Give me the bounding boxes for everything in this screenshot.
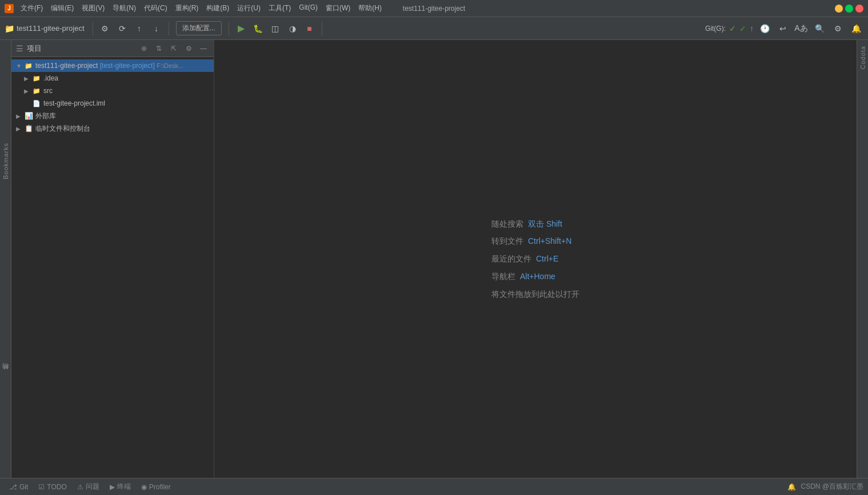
tree-item-scratch[interactable]: ▶ 📋 临时文件和控制台 bbox=[11, 122, 214, 135]
extlibs-icon: 📊 bbox=[24, 111, 33, 120]
hint-key-recent: Ctrl+E bbox=[536, 250, 558, 268]
menu-window[interactable]: 窗口(W) bbox=[322, 2, 354, 14]
idea-arrow-icon: ▶ bbox=[24, 75, 32, 82]
panel-add-icon[interactable]: ⊕ bbox=[138, 43, 150, 54]
editor-area: 随处搜索 双击 Shift 转到文件 Ctrl+Shift+N 最近的文件 Ct… bbox=[214, 40, 857, 478]
toolbar-separator-3 bbox=[229, 22, 229, 35]
extlibs-item-name: 外部库 bbox=[35, 111, 214, 121]
toolbar-notification-icon[interactable]: 🔔 bbox=[849, 21, 863, 36]
src-item-name: src bbox=[43, 87, 214, 95]
menu-navigate[interactable]: 导航(N) bbox=[109, 2, 139, 14]
menu-refactor[interactable]: 重构(R) bbox=[172, 2, 202, 14]
hint-label-drag: 将文件拖放到此处以打开 bbox=[491, 285, 579, 303]
menu-edit[interactable]: 编辑(E) bbox=[47, 2, 77, 14]
title-bar: J 文件(F) 编辑(E) 视图(V) 导航(N) 代码(C) 重构(R) 构建… bbox=[0, 0, 868, 17]
app-icon: J bbox=[5, 4, 14, 13]
git-tab-icon: ⎇ bbox=[9, 483, 17, 491]
menu-git[interactable]: Git(G) bbox=[295, 2, 321, 14]
bottom-tab-git[interactable]: ⎇ Git bbox=[5, 482, 33, 492]
hint-row-drag: 将文件拖放到此处以打开 bbox=[491, 285, 579, 303]
toolbar-debug-icon[interactable]: 🐛 bbox=[251, 21, 266, 36]
toolbar-down-icon[interactable]: ↓ bbox=[149, 21, 164, 36]
toolbar-coverage-icon[interactable]: ◫ bbox=[268, 21, 283, 36]
menu-tools[interactable]: 工具(T) bbox=[265, 2, 294, 14]
toolbar-translate-icon[interactable]: Aあ bbox=[794, 21, 809, 36]
terminal-tab-label: 终端 bbox=[117, 482, 131, 492]
menu-view[interactable]: 视图(V) bbox=[78, 2, 108, 14]
tree-item-iml[interactable]: 📄 test-gitee-project.iml bbox=[11, 97, 214, 110]
hint-key-search: 双击 Shift bbox=[528, 215, 562, 233]
project-name-label: 📁 test111-gitee-project bbox=[5, 24, 85, 33]
tree-item-src[interactable]: ▶ 📁 src bbox=[11, 84, 214, 97]
hint-label-navbar: 导航栏 bbox=[491, 268, 515, 285]
toolbar-up-icon[interactable]: ↑ bbox=[132, 21, 147, 36]
tree-root-item[interactable]: ▼ 📁 test111-gitee-project [test-gitee-pr… bbox=[11, 59, 214, 72]
toolbar-run-icon[interactable]: ▶ bbox=[234, 21, 249, 36]
menu-help[interactable]: 帮助(H) bbox=[355, 2, 385, 14]
hint-label-goto: 转到文件 bbox=[491, 232, 523, 250]
hint-row-search: 随处搜索 双击 Shift bbox=[491, 215, 579, 233]
bottom-tab-terminal[interactable]: ▶ 终端 bbox=[105, 481, 135, 493]
extlibs-arrow-icon: ▶ bbox=[16, 113, 24, 119]
left-side-panel: Bookmarks 结构 bbox=[0, 40, 11, 478]
hint-row-recent: 最近的文件 Ctrl+E bbox=[491, 250, 579, 268]
profiler-tab-icon: ◉ bbox=[141, 483, 147, 491]
codota-label[interactable]: Codota bbox=[858, 43, 867, 71]
panel-settings-icon[interactable]: ⚙ bbox=[183, 43, 194, 54]
minimize-button[interactable]: _ bbox=[835, 5, 843, 13]
toolbar-undo-icon[interactable]: ↩ bbox=[775, 21, 790, 36]
add-config-button[interactable]: 添加配置... bbox=[176, 21, 222, 35]
toolbar-settings-icon[interactable]: ⚙ bbox=[98, 21, 113, 36]
toolbar-separator-2 bbox=[169, 22, 169, 35]
panel-scroll-icon[interactable]: ⇅ bbox=[153, 43, 165, 54]
bottom-tab-todo[interactable]: ☑ TODO bbox=[34, 482, 71, 492]
tree-item-external-libs[interactable]: ▶ 📊 外部库 bbox=[11, 110, 214, 122]
bottom-tab-profiler[interactable]: ◉ Profiler bbox=[137, 482, 175, 492]
todo-tab-label: TODO bbox=[47, 483, 66, 491]
scratch-arrow-icon: ▶ bbox=[16, 126, 24, 132]
toolbar-separator-4 bbox=[322, 22, 322, 35]
panel-close-icon[interactable]: — bbox=[198, 43, 209, 54]
project-panel: ☰ 项目 ⊕ ⇅ ⇱ ⚙ — ▼ 📁 test111-gitee-project… bbox=[11, 40, 214, 478]
bottom-tab-problems[interactable]: ⚠ 问题 bbox=[73, 481, 104, 493]
toolbar-sync-icon[interactable]: ⟳ bbox=[115, 21, 130, 36]
hint-row-goto: 转到文件 Ctrl+Shift+N bbox=[491, 232, 579, 250]
tree-item-idea[interactable]: ▶ 📁 .idea bbox=[11, 72, 214, 84]
bottom-user-info: CSDN @百炼彩汇墨 bbox=[801, 482, 863, 492]
toolbar-gear-icon[interactable]: ⚙ bbox=[830, 21, 845, 36]
toolbar-search-icon[interactable]: 🔍 bbox=[812, 21, 827, 36]
hint-key-goto: Ctrl+Shift+N bbox=[528, 232, 571, 250]
idea-folder-icon: 📁 bbox=[32, 74, 41, 83]
project-panel-title: 项目 bbox=[27, 43, 135, 54]
bottom-bar: ⎇ Git ☑ TODO ⚠ 问题 ▶ 终端 ◉ Profiler 🔔 CSDN… bbox=[0, 478, 868, 495]
structure-label[interactable]: 结构 bbox=[1, 374, 10, 375]
hint-key-navbar: Alt+Home bbox=[520, 268, 555, 285]
git-check2-icon: ✓ bbox=[739, 24, 746, 33]
problems-tab-label: 问题 bbox=[86, 482, 99, 492]
iml-item-name: test-gitee-project.iml bbox=[43, 99, 214, 107]
panel-collapse-icon[interactable]: ⇱ bbox=[168, 43, 179, 54]
toolbar-profiler-icon[interactable]: ◑ bbox=[285, 21, 300, 36]
bookmarks-label[interactable]: Bookmarks bbox=[2, 143, 9, 179]
menu-run[interactable]: 运行(U) bbox=[234, 2, 264, 14]
hint-row-navbar: 导航栏 Alt+Home bbox=[491, 268, 579, 285]
src-arrow-icon: ▶ bbox=[24, 88, 32, 94]
toolbar: 📁 test111-gitee-project ⚙ ⟳ ↑ ↓ 添加配置... … bbox=[0, 17, 868, 40]
hint-label-search: 随处搜索 bbox=[491, 215, 523, 233]
file-tree: ▼ 📁 test111-gitee-project [test-gitee-pr… bbox=[11, 57, 214, 478]
menu-file[interactable]: 文件(F) bbox=[17, 2, 46, 14]
git-tab-label: Git bbox=[19, 483, 28, 491]
toolbar-stop-icon[interactable]: ■ bbox=[302, 21, 317, 36]
menu-build[interactable]: 构建(B) bbox=[203, 2, 233, 14]
scratch-icon: 📋 bbox=[24, 124, 33, 133]
terminal-tab-icon: ▶ bbox=[110, 483, 115, 491]
menu-code[interactable]: 代码(C) bbox=[141, 2, 171, 14]
maximize-button[interactable]: □ bbox=[845, 5, 853, 13]
toolbar-clock-icon[interactable]: 🕐 bbox=[757, 21, 772, 36]
profiler-tab-label: Profiler bbox=[149, 483, 171, 491]
idea-item-name: .idea bbox=[43, 74, 214, 82]
bottom-right-info: 🔔 CSDN @百炼彩汇墨 bbox=[787, 482, 863, 492]
event-log-icon: 🔔 bbox=[787, 483, 796, 491]
close-button[interactable]: ✕ bbox=[855, 5, 863, 13]
git-push-icon: ↑ bbox=[750, 24, 754, 33]
